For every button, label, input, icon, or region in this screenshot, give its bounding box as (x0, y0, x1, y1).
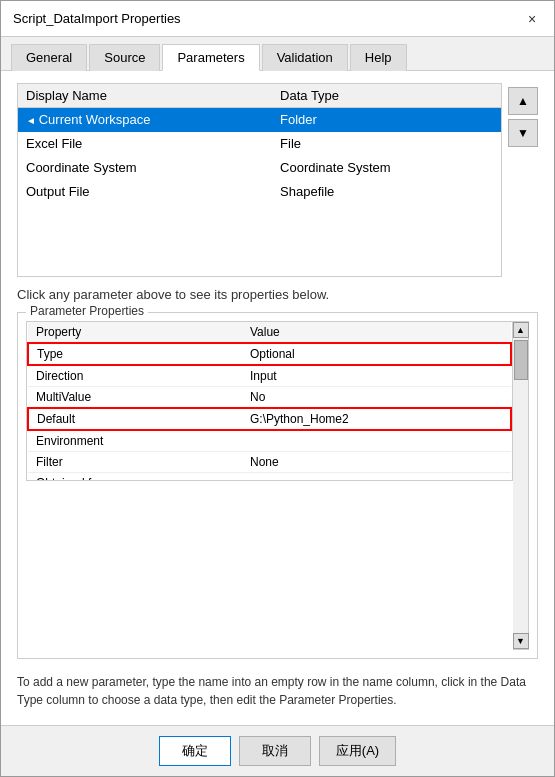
table-row-empty[interactable] (18, 258, 501, 276)
tab-parameters[interactable]: Parameters (162, 44, 259, 71)
props-property: Obtained from (28, 473, 242, 482)
arrow-buttons: ▲ ▼ (508, 83, 538, 277)
tab-general[interactable]: General (11, 44, 87, 71)
row-type: Coordinate System (272, 156, 501, 180)
close-button[interactable]: × (522, 9, 542, 29)
props-value: None (242, 452, 511, 473)
props-property: Type (28, 343, 242, 365)
table-row[interactable]: Coordinate System Coordinate System (18, 156, 501, 180)
row-type: File (272, 132, 501, 156)
table-row[interactable]: Excel File File (18, 132, 501, 156)
window-title: Script_DataImport Properties (13, 11, 181, 26)
props-group-label: Parameter Properties (26, 304, 148, 318)
col-header-name: Display Name (18, 84, 272, 108)
props-property: Default (28, 408, 242, 430)
props-value: Optional (242, 343, 511, 365)
ok-button[interactable]: 确定 (159, 736, 231, 766)
params-table-container: Display Name Data Type Current Workspace… (17, 83, 502, 277)
props-row-type[interactable]: Type Optional (28, 343, 511, 365)
scroll-thumb[interactable] (514, 340, 528, 380)
props-property: Direction (28, 365, 242, 387)
props-property: Filter (28, 452, 242, 473)
props-col-value: Value (242, 322, 511, 343)
table-row-empty[interactable] (18, 240, 501, 258)
row-name: Output File (18, 180, 272, 204)
title-bar: Script_DataImport Properties × (1, 1, 554, 37)
props-layout: Property Value Type Optional Direction (26, 321, 529, 650)
scroll-down-arrow[interactable]: ▼ (513, 633, 529, 649)
props-row-multivalue[interactable]: MultiValue No (28, 387, 511, 409)
move-down-button[interactable]: ▼ (508, 119, 538, 147)
props-property: MultiValue (28, 387, 242, 409)
col-header-type: Data Type (272, 84, 501, 108)
props-row-obtained[interactable]: Obtained from (28, 473, 511, 482)
row-name: Current Workspace (18, 108, 272, 132)
row-name: Excel File (18, 132, 272, 156)
params-table: Display Name Data Type Current Workspace… (18, 84, 501, 276)
tab-source[interactable]: Source (89, 44, 160, 71)
props-table: Property Value Type Optional Direction (27, 322, 512, 481)
props-row-filter[interactable]: Filter None (28, 452, 511, 473)
main-window: Script_DataImport Properties × General S… (0, 0, 555, 777)
props-value: Input (242, 365, 511, 387)
props-value: No (242, 387, 511, 409)
tab-bar: General Source Parameters Validation Hel… (1, 37, 554, 71)
table-row[interactable]: Output File Shapefile (18, 180, 501, 204)
scroll-up-arrow[interactable]: ▲ (513, 322, 529, 338)
tab-help[interactable]: Help (350, 44, 407, 71)
props-group: Parameter Properties Property Value Type (17, 312, 538, 659)
props-row-default[interactable]: Default G:\Python_Home2 (28, 408, 511, 430)
props-value (242, 430, 511, 452)
table-row-empty[interactable] (18, 204, 501, 222)
footer: 确定 取消 应用(A) (1, 725, 554, 776)
props-col-property: Property (28, 322, 242, 343)
row-name: Coordinate System (18, 156, 272, 180)
props-row-direction[interactable]: Direction Input (28, 365, 511, 387)
props-value (242, 473, 511, 482)
hint-text: Click any parameter above to see its pro… (17, 287, 538, 302)
table-row-empty[interactable] (18, 222, 501, 240)
props-table-container[interactable]: Property Value Type Optional Direction (26, 321, 513, 481)
tab-validation[interactable]: Validation (262, 44, 348, 71)
move-up-button[interactable]: ▲ (508, 87, 538, 115)
main-content: Display Name Data Type Current Workspace… (1, 71, 554, 725)
params-section: Display Name Data Type Current Workspace… (17, 83, 538, 277)
row-type: Folder (272, 108, 501, 132)
cancel-button[interactable]: 取消 (239, 736, 311, 766)
table-row[interactable]: Current Workspace Folder (18, 108, 501, 132)
props-property: Environment (28, 430, 242, 452)
row-type: Shapefile (272, 180, 501, 204)
props-scrollbar[interactable]: ▲ ▼ (513, 321, 529, 650)
description-text: To add a new parameter, type the name in… (17, 669, 538, 713)
props-value: G:\Python_Home2 (242, 408, 511, 430)
props-row-environment[interactable]: Environment (28, 430, 511, 452)
apply-button[interactable]: 应用(A) (319, 736, 396, 766)
